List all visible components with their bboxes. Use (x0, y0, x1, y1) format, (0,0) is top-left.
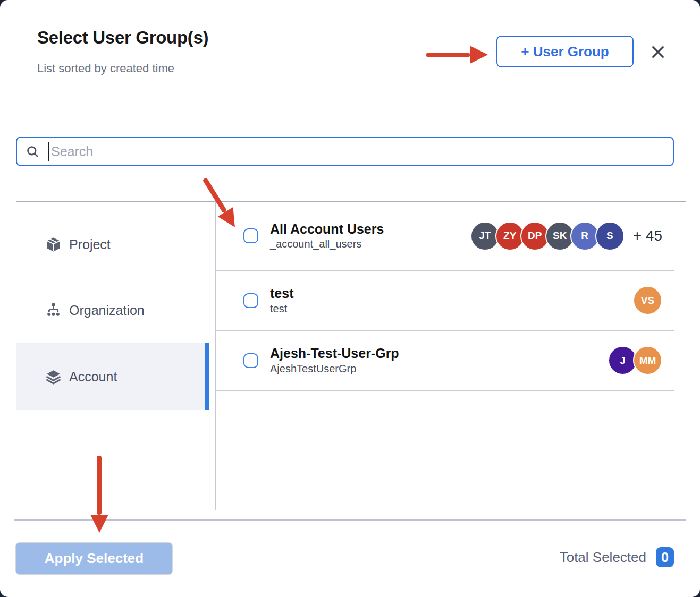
close-icon[interactable] (648, 42, 668, 62)
sidebar-item-label: Organization (69, 303, 145, 318)
apply-selected-button[interactable]: Apply Selected (16, 543, 172, 574)
group-name: test (270, 286, 293, 301)
avatar-overflow-count: + 45 (633, 227, 662, 244)
avatar-stack: VS (633, 286, 662, 315)
sidebar-item-account[interactable]: Account (16, 343, 209, 410)
add-user-group-button[interactable]: + User Group (496, 36, 634, 67)
search-input[interactable] (49, 144, 673, 159)
search-icon (26, 144, 40, 159)
group-id: test (270, 303, 293, 315)
total-selected: Total Selected 0 (560, 547, 674, 567)
group-row: testtestVS (216, 271, 674, 331)
group-text: All Account Users_account_all_users (270, 221, 384, 251)
avatar-stack: JTZYDPSKRS+ 45 (470, 221, 662, 251)
group-id: AjeshTestUserGrp (270, 363, 399, 375)
group-checkbox[interactable] (243, 353, 258, 368)
search-box[interactable] (16, 137, 674, 166)
group-text: testtest (270, 286, 293, 315)
group-row: All Account Users_account_all_usersJTZYD… (216, 202, 674, 271)
avatar-stack: JMM (608, 346, 662, 375)
group-checkbox[interactable] (243, 228, 258, 243)
divider (14, 519, 686, 521)
sidebar-item-organization[interactable]: Organization (16, 277, 209, 343)
total-selected-label: Total Selected (560, 549, 646, 566)
avatar: VS (633, 286, 662, 315)
select-user-group-modal: Select User Group(s) List sorted by crea… (0, 0, 700, 597)
total-selected-count-badge: 0 (656, 547, 674, 567)
org-chart-icon (45, 302, 62, 319)
sidebar-item-label: Project (69, 237, 111, 252)
sort-info-text: List sorted by created time (37, 62, 174, 75)
group-row: Ajesh-Test-User-GrpAjeshTestUserGrpJMM (216, 331, 674, 391)
page-title: Select User Group(s) (37, 28, 208, 48)
layers-icon (45, 369, 62, 385)
avatar: MM (633, 346, 662, 375)
group-name: Ajesh-Test-User-Grp (270, 346, 399, 361)
group-text: Ajesh-Test-User-GrpAjeshTestUserGrp (270, 346, 399, 375)
group-name: All Account Users (270, 221, 384, 237)
sidebar-item-label: Account (69, 369, 117, 385)
avatar: S (595, 221, 625, 251)
sidebar-item-project[interactable]: Project (16, 211, 209, 277)
annotation-arrow-user-group-button (426, 46, 488, 64)
sidebar: ProjectOrganizationAccount (0, 202, 215, 519)
group-checkbox[interactable] (243, 293, 258, 308)
package-icon (45, 236, 62, 253)
group-list: All Account Users_account_all_usersJTZYD… (216, 202, 674, 391)
group-id: _account_all_users (270, 238, 384, 250)
